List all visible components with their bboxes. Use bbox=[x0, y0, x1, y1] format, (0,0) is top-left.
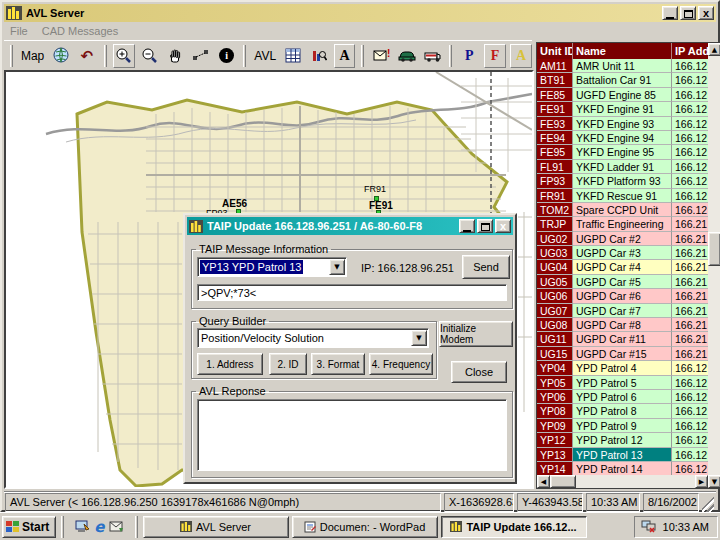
table-row[interactable]: FL91YKFD Ladder 91166.12 bbox=[537, 160, 708, 174]
unit-id-cell: AM11 bbox=[537, 59, 573, 73]
table-row[interactable]: YP13YPD Patrol 13166.12 bbox=[537, 448, 708, 462]
table-row[interactable]: UG03UGPD Car #3166.21 bbox=[537, 246, 708, 260]
a-button[interactable]: A bbox=[510, 44, 532, 68]
status-date: 8/16/2002 bbox=[643, 493, 699, 512]
outlook-icon[interactable] bbox=[109, 520, 124, 533]
table-row[interactable]: AM11AMR Unit 11166.12 bbox=[537, 59, 708, 73]
send-button[interactable]: Send bbox=[462, 255, 510, 279]
table-row[interactable]: FE91YKFD Engine 91166.12 bbox=[537, 102, 708, 116]
table-row[interactable]: YP09YPD Patrol 9166.12 bbox=[537, 419, 708, 433]
chevron-down-icon[interactable]: ▼ bbox=[329, 259, 345, 275]
table-row[interactable]: TRJPTraffic Engineering166.21 bbox=[537, 217, 708, 231]
message-alert-icon[interactable]: ! bbox=[370, 44, 392, 68]
horizontal-scrollbar[interactable]: ◀ ▶ bbox=[537, 475, 708, 488]
table-row[interactable]: UG06UGPD Car #6166.21 bbox=[537, 289, 708, 303]
chevron-down-icon[interactable]: ▼ bbox=[411, 330, 427, 346]
close-dialog-button[interactable]: Close bbox=[451, 361, 507, 383]
resize-grip[interactable] bbox=[702, 493, 714, 512]
p-button[interactable]: P bbox=[458, 44, 480, 68]
table-row[interactable]: YP06YPD Patrol 6166.12 bbox=[537, 390, 708, 404]
table-row[interactable]: YP05YPD Patrol 5166.12 bbox=[537, 376, 708, 390]
scroll-up-icon[interactable]: ▲ bbox=[708, 43, 720, 56]
close-button[interactable]: x bbox=[698, 6, 714, 20]
taip-message-input[interactable] bbox=[197, 284, 507, 301]
table-row[interactable]: UG02UGPD Car #2166.21 bbox=[537, 232, 708, 246]
table-row[interactable]: UG15UGPD Car #15166.21 bbox=[537, 347, 708, 361]
toolbar-grip[interactable] bbox=[10, 45, 13, 67]
table-row[interactable]: YP04YPD Patrol 4166.12 bbox=[537, 361, 708, 375]
start-button[interactable]: Start bbox=[2, 516, 56, 538]
column-unit-id[interactable]: Unit ID bbox=[537, 43, 573, 59]
vertical-scrollbar[interactable]: ▲ ▼ bbox=[708, 43, 720, 488]
f-button[interactable]: F bbox=[484, 44, 506, 68]
maximize-button[interactable] bbox=[680, 6, 696, 20]
initialize-modem-button[interactable]: Initialize Modem bbox=[439, 321, 513, 347]
table-row[interactable]: FP93YKFD Platform 93166.12 bbox=[537, 174, 708, 188]
network-disconnected-icon[interactable] bbox=[641, 520, 657, 533]
scroll-left-icon[interactable]: ◀ bbox=[537, 475, 550, 488]
table-row[interactable]: YP12YPD Patrol 12166.12 bbox=[537, 433, 708, 447]
table-row[interactable]: UG07UGPD Car #7166.21 bbox=[537, 304, 708, 318]
scroll-down-icon[interactable]: ▼ bbox=[708, 475, 720, 488]
query-combo[interactable]: Position/Velocity Solution ▼ bbox=[197, 328, 429, 348]
car-icon[interactable] bbox=[396, 44, 418, 68]
table-row[interactable]: BT91Battalion Car 91166.12 bbox=[537, 73, 708, 87]
ambulance-icon[interactable] bbox=[422, 44, 444, 68]
column-ip[interactable]: IP Add bbox=[672, 43, 708, 59]
id-button[interactable]: 2. ID bbox=[269, 353, 307, 375]
font-icon[interactable]: A bbox=[334, 44, 356, 68]
unit-ip-cell: 166.12 bbox=[672, 131, 708, 145]
table-row[interactable]: YP14YPD Patrol 14166.12 bbox=[537, 462, 708, 475]
format-button[interactable]: 3. Format bbox=[311, 353, 365, 375]
show-desktop-icon[interactable] bbox=[75, 520, 90, 533]
table-row[interactable]: FE95YKFD Engine 95166.12 bbox=[537, 145, 708, 159]
table-row[interactable]: TOM2Spare CCPD Unit166.12 bbox=[537, 203, 708, 217]
unit-id-cell: TRJP bbox=[537, 217, 573, 231]
hscroll-thumb[interactable] bbox=[550, 475, 576, 488]
menu-cad-messages[interactable]: CAD Messages bbox=[42, 25, 118, 37]
measure-icon[interactable] bbox=[190, 44, 212, 68]
unit-combo[interactable]: YP13 YPD Patrol 13 ▼ bbox=[197, 257, 347, 277]
minimize-button[interactable] bbox=[662, 6, 678, 20]
locate-unit-icon[interactable] bbox=[308, 44, 330, 68]
unit-ip-cell: 166.12 bbox=[672, 174, 708, 188]
toolbar-separator bbox=[361, 45, 364, 67]
info-icon[interactable]: i bbox=[216, 44, 238, 68]
internet-explorer-icon[interactable]: e bbox=[94, 518, 104, 536]
tray-clock[interactable]: 10:33 AM bbox=[663, 521, 709, 533]
frequency-button[interactable]: 4. Frequency bbox=[369, 353, 433, 375]
task-taip-update[interactable]: TAIP Update 166.12... bbox=[441, 516, 587, 538]
table-row[interactable]: FE85UGFD Engine 85166.12 bbox=[537, 88, 708, 102]
table-row[interactable]: FE94YKFD Engine 94166.12 bbox=[537, 131, 708, 145]
dialog-maximize-button[interactable] bbox=[477, 219, 493, 233]
globe-icon[interactable] bbox=[50, 44, 72, 68]
grid-icon[interactable] bbox=[282, 44, 304, 68]
table-row[interactable]: UG11UGPD Car #11166.21 bbox=[537, 332, 708, 346]
pan-hand-icon[interactable] bbox=[164, 44, 186, 68]
address-button[interactable]: 1. Address bbox=[197, 353, 263, 375]
zoom-out-icon[interactable] bbox=[139, 44, 161, 68]
unit-name-cell: Battalion Car 91 bbox=[573, 73, 672, 87]
unit-id-cell: FE93 bbox=[537, 117, 573, 131]
column-name[interactable]: Name bbox=[573, 43, 672, 59]
scroll-right-icon[interactable]: ▶ bbox=[695, 475, 708, 488]
unit-marker-icon[interactable] bbox=[374, 196, 379, 201]
table-row[interactable]: YP08YPD Patrol 8166.12 bbox=[537, 404, 708, 418]
task-avl-server[interactable]: AVL Server bbox=[143, 516, 289, 538]
unit-id-cell: UG15 bbox=[537, 347, 573, 361]
task-wordpad[interactable]: Documen: - WordPad bbox=[292, 516, 438, 538]
zoom-in-icon[interactable] bbox=[113, 44, 135, 68]
table-row[interactable]: FE93YKFD Engine 93166.12 bbox=[537, 117, 708, 131]
table-row[interactable]: UG04UGPD Car #4166.21 bbox=[537, 260, 708, 274]
avl-response-textarea[interactable] bbox=[197, 399, 507, 471]
table-row[interactable]: UG05UGPD Car #5166.21 bbox=[537, 275, 708, 289]
unit-name-cell: UGPD Car #3 bbox=[573, 246, 672, 260]
vscroll-thumb[interactable] bbox=[708, 232, 720, 266]
dialog-minimize-button[interactable] bbox=[459, 219, 475, 233]
undo-icon[interactable]: ↶ bbox=[76, 44, 98, 68]
menu-file[interactable]: File bbox=[10, 25, 28, 37]
dialog-close-button[interactable]: x bbox=[495, 219, 511, 233]
table-row[interactable]: FR91YKFD Rescue 91166.12 bbox=[537, 189, 708, 203]
table-row[interactable]: UG08UGPD Car #8166.21 bbox=[537, 318, 708, 332]
unit-id-cell: UG03 bbox=[537, 246, 573, 260]
